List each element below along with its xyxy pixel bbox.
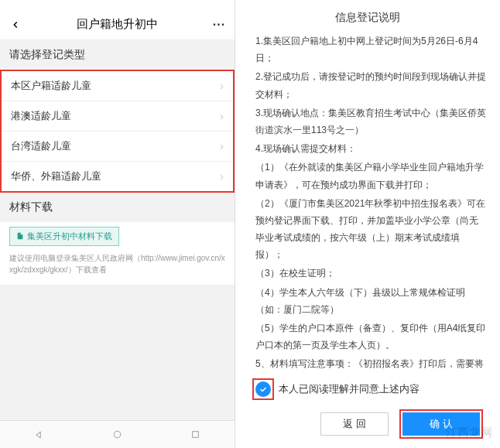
info-paragraph: 5、材料填写注意事项：《初招报名表》打印后，需要将空白信息补充完整，小学意见、毕… [255, 355, 486, 374]
list-item-label: 华侨、外籍适龄儿童 [11, 169, 220, 183]
app-header: 回户籍地升初中 ··· [0, 9, 235, 40]
list-item-taiwan[interactable]: 台湾适龄儿童 › [2, 132, 233, 162]
nav-recent-icon[interactable] [156, 421, 235, 448]
download-row: 集美区升初中材料下载 建议使用电脑登录集美区人民政府网（http://www.j… [0, 222, 235, 285]
back-button[interactable]: 返 回 [320, 412, 389, 436]
download-hint: 建议使用电脑登录集美区人民政府网（http://www.jimei.gov.cn… [0, 249, 235, 279]
type-list: 本区户籍适龄儿童 › 港澳适龄儿童 › 台湾适龄儿童 › 华侨、外籍适龄儿童 › [0, 70, 235, 193]
confirm-button[interactable]: 确 认 [402, 412, 480, 436]
chevron-right-icon: › [220, 170, 224, 183]
confirm-button-highlight: 确 认 [399, 409, 483, 439]
agree-row: 本人已阅读理解并同意上述内容 [235, 374, 500, 405]
info-paragraph: 1.集美区回户籍地上初中网上登记时间为5月26日-6月4日； [255, 32, 486, 67]
info-modal: 信息登记说明 1.集美区回户籍地上初中网上登记时间为5月26日-6月4日； 2.… [235, 0, 500, 448]
svg-marker-0 [36, 431, 39, 437]
modal-body: 1.集美区回户籍地上初中网上登记时间为5月26日-6月4日； 2.登记成功后，请… [235, 32, 500, 374]
info-paragraph: 4.现场确认需提交材料： [255, 140, 486, 157]
status-bar [0, 0, 235, 9]
button-row: 返 回 确 认 [235, 405, 500, 448]
info-paragraph: （4）学生本人六年级（下）县级以上常规体检证明（如：厦门二院等） [255, 284, 486, 318]
info-paragraph: （2）《厦门市集美区2021年秋季初中招生报名表》可在预约登记界面下载、打印，并… [255, 195, 486, 264]
agree-checkbox-highlight [252, 378, 274, 400]
info-paragraph: 3.现场确认地点：集美区教育招生考试中心（集美区侨英街道滨水一里113号之一） [255, 104, 486, 139]
chevron-right-icon: › [220, 110, 224, 122]
chevron-right-icon: › [220, 140, 224, 152]
page-title: 回户籍地升初中 [25, 17, 210, 32]
more-icon[interactable]: ··· [210, 15, 228, 34]
info-paragraph: （5）学生的户口本原件（备查）、复印件（用A4纸复印户口本的第一页及学生本人页）… [255, 320, 486, 354]
modal-title: 信息登记说明 [235, 6, 500, 32]
chevron-right-icon: › [220, 80, 224, 92]
section-title-download: 材料下载 [0, 193, 235, 222]
agree-checkbox[interactable] [255, 381, 271, 397]
list-item-label: 台湾适龄儿童 [11, 139, 220, 153]
download-button[interactable]: 集美区升初中材料下载 [9, 227, 119, 246]
list-item-label: 港澳适龄儿童 [11, 109, 220, 123]
info-paragraph: （1）《在外就读的集美区户籍小学毕业生回户籍地升学申请表》，可在预约成功界面下载… [255, 159, 486, 193]
list-item-label: 本区户籍适龄儿童 [11, 79, 220, 93]
info-paragraph: （3）在校生证明； [255, 265, 486, 282]
svg-point-1 [114, 431, 121, 438]
info-paragraph: 2.登记成功后，请按登记时的预约时间段到现场确认并提交材料； [255, 68, 486, 102]
agree-label: 本人已阅读理解并同意上述内容 [279, 383, 420, 396]
nav-home-icon[interactable] [78, 421, 156, 448]
left-screen: 回户籍地升初中 ··· 请选择登记类型 本区户籍适龄儿童 › 港澳适龄儿童 › … [0, 0, 235, 448]
section-title-type: 请选择登记类型 [0, 40, 235, 70]
svg-rect-2 [193, 432, 199, 438]
list-item-hk-macao[interactable]: 港澳适龄儿童 › [2, 101, 233, 132]
list-item-local[interactable]: 本区户籍适龄儿童 › [2, 71, 233, 101]
nav-back-icon[interactable] [0, 421, 78, 448]
android-nav-bar [0, 420, 235, 448]
download-label: 集美区升初中材料下载 [27, 231, 112, 242]
back-icon[interactable] [6, 15, 25, 34]
document-icon [16, 232, 24, 241]
list-item-overseas[interactable]: 华侨、外籍适龄儿童 › [2, 162, 233, 191]
